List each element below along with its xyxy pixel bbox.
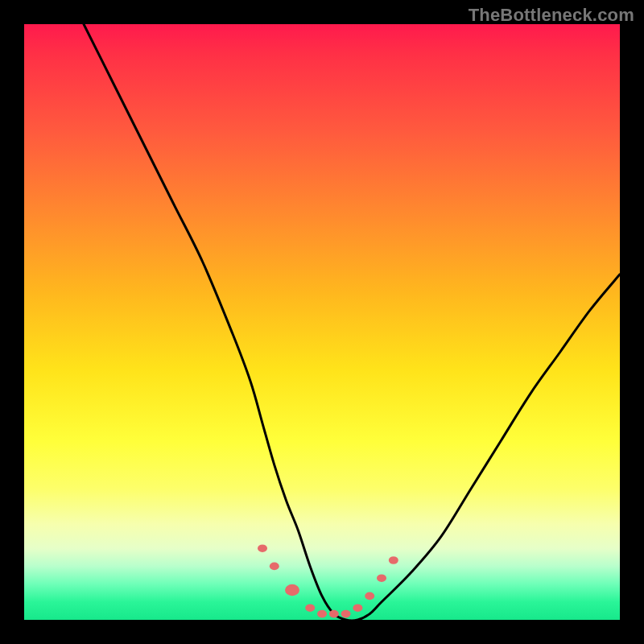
curve-marker: [317, 610, 327, 618]
curve-marker: [365, 592, 374, 601]
plot-area: [24, 24, 620, 620]
chart-frame: TheBottleneck.com: [0, 0, 644, 644]
curve-marker: [341, 610, 351, 618]
curve-marker: [285, 584, 299, 596]
curve-marker: [258, 544, 267, 552]
curve-marker: [329, 610, 339, 618]
curve-marker: [377, 574, 386, 582]
curve-marker: [305, 604, 315, 612]
bottleneck-curve-svg: [24, 24, 620, 620]
curve-marker: [389, 556, 398, 564]
curve-marker: [270, 563, 279, 571]
bottleneck-curve-path: [84, 24, 620, 620]
watermark-text: TheBottleneck.com: [469, 5, 634, 26]
curve-marker: [353, 604, 362, 612]
